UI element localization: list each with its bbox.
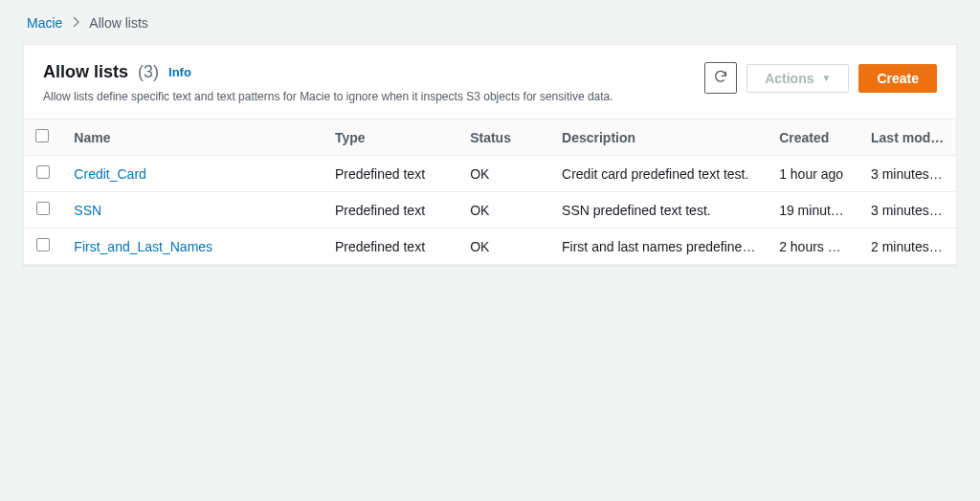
table-row: Credit_Card Predefined text OK Credit ca… bbox=[24, 156, 956, 192]
allow-lists-table: Name Type Status Description Created Las… bbox=[24, 119, 956, 265]
row-checkbox[interactable] bbox=[36, 202, 50, 215]
column-header-created[interactable]: Created bbox=[768, 120, 859, 156]
cell-description: Credit card predefined text test. bbox=[550, 156, 768, 192]
chevron-right-icon bbox=[72, 15, 79, 31]
column-header-select bbox=[24, 120, 62, 156]
actions-button-label: Actions bbox=[765, 71, 813, 86]
column-header-modified[interactable]: Last modif... bbox=[859, 120, 956, 156]
info-link[interactable]: Info bbox=[168, 65, 191, 79]
breadcrumb-current: Allow lists bbox=[89, 15, 147, 31]
column-header-type[interactable]: Type bbox=[323, 120, 458, 156]
cell-created: 2 hours ago bbox=[768, 229, 859, 265]
row-checkbox[interactable] bbox=[36, 238, 50, 251]
column-header-status[interactable]: Status bbox=[458, 120, 550, 156]
allow-list-name-link[interactable]: First_and_Last_Names bbox=[74, 239, 212, 254]
breadcrumb: Macie Allow lists bbox=[23, 15, 957, 31]
breadcrumb-root[interactable]: Macie bbox=[27, 15, 62, 31]
select-all-checkbox[interactable] bbox=[35, 129, 49, 142]
table-row: SSN Predefined text OK SSN predefined te… bbox=[24, 192, 956, 229]
cell-type: Predefined text bbox=[323, 229, 458, 265]
cell-type: Predefined text bbox=[323, 156, 458, 192]
allow-list-name-link[interactable]: Credit_Card bbox=[74, 166, 145, 182]
cell-status: OK bbox=[458, 192, 550, 229]
row-checkbox[interactable] bbox=[36, 165, 50, 179]
column-header-name[interactable]: Name bbox=[62, 120, 323, 156]
table-row: First_and_Last_Names Predefined text OK … bbox=[24, 229, 956, 265]
page-title-count: (3) bbox=[138, 62, 159, 82]
allow-list-name-link[interactable]: SSN bbox=[74, 203, 101, 218]
cell-status: OK bbox=[458, 229, 550, 265]
cell-status: OK bbox=[458, 156, 550, 192]
create-button[interactable]: Create bbox=[858, 64, 937, 93]
actions-button[interactable]: Actions ▼ bbox=[746, 64, 849, 93]
cell-modified: 3 minutes ago bbox=[859, 192, 956, 229]
page-title: Allow lists bbox=[43, 62, 128, 82]
cell-type: Predefined text bbox=[323, 192, 458, 229]
allow-lists-panel: Allow lists (3) Info Allow lists define … bbox=[23, 44, 957, 266]
column-header-description[interactable]: Description bbox=[550, 120, 768, 156]
cell-created: 1 hour ago bbox=[768, 156, 859, 192]
actions-bar: Actions ▼ Create bbox=[704, 62, 937, 94]
refresh-icon bbox=[713, 69, 728, 87]
cell-description: First and last names predefined tex… bbox=[550, 229, 768, 265]
cell-modified: 3 minutes ago bbox=[859, 156, 956, 192]
cell-modified: 2 minutes ago bbox=[859, 229, 956, 265]
cell-created: 19 minutes ago bbox=[768, 192, 859, 229]
cell-description: SSN predefined text test. bbox=[550, 192, 768, 229]
refresh-button[interactable] bbox=[704, 62, 737, 94]
page-description: Allow lists define specific text and tex… bbox=[43, 90, 613, 103]
caret-down-icon: ▼ bbox=[822, 73, 832, 83]
